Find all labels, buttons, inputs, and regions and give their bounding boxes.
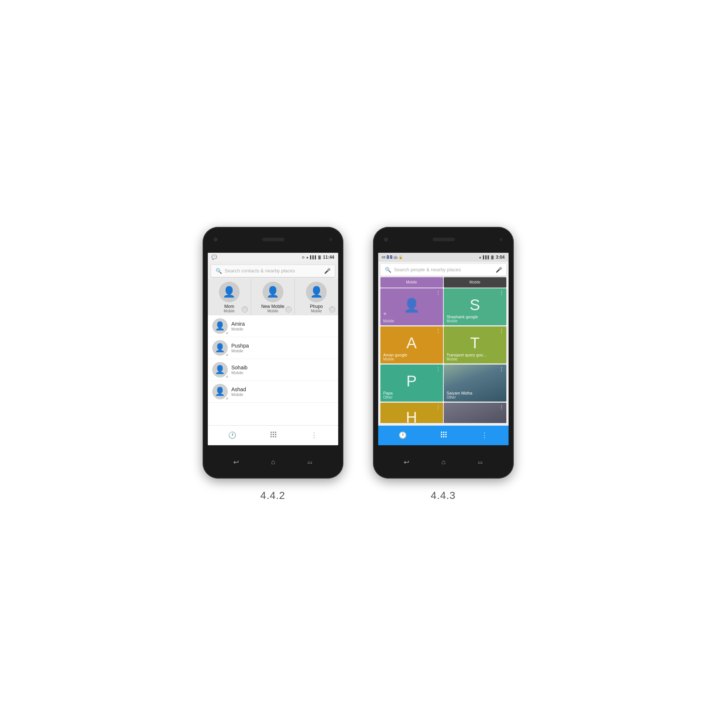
grid-cell-saiyam[interactable]: ⋮ Saiyam Midha Other (444, 365, 506, 401)
bottom-nav-old: 🕐 ⋮ (208, 425, 338, 445)
fav-info-mom[interactable]: ⓘ (242, 306, 248, 312)
wifi-icon: ▲ (306, 255, 309, 259)
wifi-icon-new: ▲ (479, 255, 482, 259)
strip-cell-1: Mobile (444, 277, 506, 288)
phone-top-hardware-new (373, 227, 514, 252)
cell-type-aman: Mobile (383, 357, 440, 361)
mic-icon-old: 🎤 (324, 268, 331, 274)
comparison-container: 💬 ◇ ▲ ▌▌▌ ▓ 11:44 🔍 Search contacts & ne… (203, 227, 514, 501)
menu-icon-6[interactable]: ⋮ (435, 404, 441, 410)
speaker-new (432, 238, 455, 241)
svg-point-3 (270, 434, 272, 435)
phone-old: 💬 ◇ ▲ ▌▌▌ ▓ 11:44 🔍 Search contacts & ne… (203, 227, 343, 478)
letter-h: H (406, 409, 417, 424)
type-pushpa: Mobile (232, 349, 334, 353)
status-right-old: ◇ ▲ ▌▌▌ ▓ 11:44 (302, 255, 334, 260)
grid-cell-transport[interactable]: T ⋮ Transport query goo... Mobile (444, 327, 506, 363)
avatar-ashad: 👤 (212, 384, 228, 400)
fav-info-phupo[interactable]: ⓘ (329, 306, 335, 312)
person-icon: 👤 (404, 297, 420, 313)
signal-diamond: ◇ (302, 255, 305, 259)
menu-icon-4[interactable]: ⋮ (435, 366, 441, 372)
name-pushpa: Pushpa (232, 343, 334, 349)
contact-amira[interactable]: 👤 Amira Mobile (208, 315, 338, 337)
cell-type-plus: Mobile (383, 319, 440, 323)
history-btn-old[interactable]: 🕐 (222, 430, 242, 441)
svg-point-17 (445, 436, 447, 437)
fav-item-mom[interactable]: 👤 Mom Mobile ⓘ (208, 279, 252, 315)
svg-point-15 (441, 436, 442, 437)
search-icon-old: 🔍 (215, 268, 222, 274)
cell-name-aman: Aman google (383, 353, 440, 357)
more-btn-new[interactable]: ⋮ (475, 430, 494, 441)
phone-new: 68 f f 🤖 🔒 ▲ ▌▌▌ ▓ 3:04 🔍 (373, 227, 514, 478)
fav-info-new[interactable]: ⓘ (285, 306, 291, 312)
name-amira: Amira (232, 321, 334, 327)
name-ashad: Ashad (232, 386, 334, 392)
contact-sohaib[interactable]: 👤 Sohaib Mobile (208, 359, 338, 381)
dialpad-btn-new[interactable] (434, 429, 454, 442)
signal-bars-new: ▌▌▌ (483, 255, 490, 259)
svg-point-0 (270, 431, 272, 433)
info-sohaib: Sohaib Mobile (232, 365, 334, 375)
grid-row-0: 👤 + ⋮ Mobile S ⋮ Shashank google Mobile (381, 288, 506, 325)
fav-avatar-new: 👤 (262, 282, 284, 303)
grid-cell-photo-last[interactable]: ⋮ (444, 403, 506, 423)
svg-point-7 (273, 436, 274, 437)
menu-icon-7[interactable]: ⋮ (499, 404, 504, 410)
grid-cell-aman[interactable]: A ⋮ Aman google Mobile (381, 327, 443, 363)
contact-ashad[interactable]: 👤 Ashad Mobile (208, 381, 338, 403)
dialpad-btn-old[interactable] (264, 429, 283, 442)
cell-type-transport: Mobile (447, 357, 504, 361)
favorites-strip: 👤 Mom Mobile ⓘ 👤 New Mobile Mobile ⓘ (208, 279, 338, 315)
svg-point-12 (441, 434, 442, 435)
fav-item-phupo[interactable]: 👤 Phupo Mobile ⓘ (295, 279, 338, 315)
cell-type-saiyam: Other (447, 395, 504, 400)
fav-avatar-phupo: 👤 (306, 282, 327, 303)
fav-item-new[interactable]: 👤 New Mobile Mobile ⓘ (251, 279, 295, 315)
avatar-pushpa: 👤 (212, 340, 228, 356)
svg-point-8 (275, 436, 276, 437)
search-bar-old[interactable]: 🔍 Search contacts & nearby places 🎤 (211, 265, 335, 277)
search-icon-new: 🔍 (385, 267, 391, 273)
info-ashad: Ashad Mobile (232, 386, 334, 397)
phone-bottom-hardware-new: ↩ ⌂ ▭ (373, 446, 514, 478)
history-btn-new[interactable]: 🕐 (393, 430, 413, 441)
phone-top-hardware (203, 227, 343, 252)
type-ashad: Mobile (232, 392, 334, 397)
more-btn-old[interactable]: ⋮ (305, 430, 323, 441)
contacts-grid-new: 👤 + ⋮ Mobile S ⋮ Shashank google Mobile (378, 288, 508, 425)
menu-icon-2[interactable]: ⋮ (435, 328, 441, 334)
grid-cell-plus[interactable]: 👤 + ⋮ Mobile (381, 288, 443, 325)
contact-pushpa[interactable]: 👤 Pushpa Mobile (208, 337, 338, 359)
cell-name-papa: Papa (383, 391, 440, 395)
signal-bars: ▌▌▌ (310, 255, 317, 259)
cell-type-papa: Other (383, 395, 440, 400)
search-bar-new[interactable]: 🔍 Search people & nearby places 🎤 (381, 264, 506, 276)
menu-icon-1[interactable]: ⋮ (499, 290, 504, 296)
fav-avatar-mom: 👤 (219, 282, 240, 303)
grid-cell-papa[interactable]: P ⋮ Papa Other (381, 365, 443, 401)
svg-point-13 (443, 434, 444, 435)
plus-icon: + (383, 310, 387, 317)
fav-type-new: Mobile (267, 309, 278, 313)
phone-section-new: 68 f f 🤖 🔒 ▲ ▌▌▌ ▓ 3:04 🔍 (373, 227, 514, 501)
phone-bottom-hardware-old: ↩ ⌂ ▭ (203, 446, 343, 478)
svg-point-2 (275, 431, 276, 433)
recents-btn-old: ▭ (308, 459, 312, 465)
type-amira: Mobile (232, 327, 334, 331)
home-btn-new: ⌂ (441, 458, 446, 466)
strip-cell-0: Mobile (381, 277, 443, 288)
menu-icon-3[interactable]: ⋮ (499, 328, 504, 334)
menu-icon-5[interactable]: ⋮ (499, 366, 504, 372)
grid-cell-shashank[interactable]: S ⋮ Shashank google Mobile (444, 288, 506, 325)
menu-icon-0[interactable]: ⋮ (435, 290, 441, 296)
icon-fb2: f (390, 255, 392, 259)
home-btn-old: ⌂ (271, 458, 275, 466)
phone-section-old: 💬 ◇ ▲ ▌▌▌ ▓ 11:44 🔍 Search contacts & ne… (203, 227, 343, 501)
svg-point-6 (270, 436, 272, 437)
mic-icon-new: 🎤 (496, 267, 502, 273)
grid-cell-h[interactable]: H ⋮ (381, 403, 443, 423)
icon-fb1: f (387, 255, 389, 259)
fav-type-phupo: Mobile (311, 309, 322, 313)
